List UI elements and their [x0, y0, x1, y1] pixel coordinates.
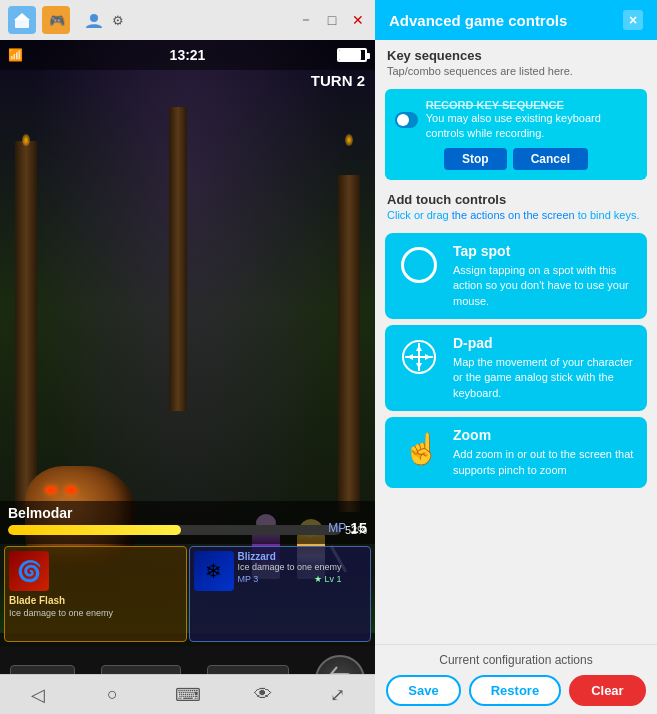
nav-expand-button[interactable]: ⤢: [322, 679, 354, 711]
nav-apps-button[interactable]: ⌨: [172, 679, 204, 711]
config-title: Current configuration actions: [387, 653, 645, 667]
cancel-button[interactable]: Cancel: [513, 148, 588, 170]
svg-marker-9: [416, 363, 422, 369]
zoom-desc: Add zoom in or out to the screen that su…: [453, 447, 635, 478]
taskbar: 🎮 ⚙ － □ ✕: [0, 0, 375, 40]
toggle-knob: [397, 114, 409, 126]
zoom-title: Zoom: [453, 427, 635, 443]
nav-back-button[interactable]: ◁: [22, 679, 54, 711]
skill-desc-1: Ice damage to one enemy: [9, 608, 182, 618]
skills-area: 🌀 Blade Flash Ice damage to one enemy ❄ …: [0, 544, 375, 644]
skill-name-2: Blizzard: [238, 551, 342, 562]
svg-marker-11: [425, 354, 431, 360]
touch-controls-section: Add touch controls Click or drag the act…: [375, 186, 657, 488]
svg-rect-0: [15, 19, 29, 28]
skill-mp-2: MP 3: [238, 574, 259, 584]
dpad-title: D-pad: [453, 335, 635, 351]
zoom-card[interactable]: ☝ Zoom Add zoom in or out to the screen …: [385, 417, 647, 488]
skill-card-2[interactable]: ❄ Blizzard Ice damage to one enemy MP 3 …: [189, 546, 372, 642]
mp-info: MP 15: [328, 519, 367, 536]
game-screen: 📶 13:21 TURN 2 Bel: [0, 40, 375, 714]
window-close-button[interactable]: ✕: [349, 11, 367, 29]
key-sequences-title: Key sequences: [375, 40, 657, 65]
mp-label: MP: [328, 521, 346, 535]
player-info: Belmodar 52%: [0, 501, 375, 544]
clear-button[interactable]: Clear: [569, 675, 646, 706]
skill-desc-2: Ice damage to one enemy: [238, 562, 342, 572]
window-controls-area: ⚙: [84, 10, 128, 30]
app-bottom-nav: ◁ ○ ⌨ 👁 ⤢: [0, 674, 375, 714]
config-buttons: Save Restore Clear: [387, 675, 645, 706]
dpad-icon: [401, 339, 437, 375]
right-panel: Advanced game controls × Key sequences T…: [375, 0, 657, 714]
mp-value: 15: [350, 519, 367, 536]
recording-area: RECORD KEY SEQUENCE You may also use exi…: [385, 89, 647, 180]
recording-buttons: Stop Cancel: [395, 148, 637, 170]
tap-spot-desc: Assign tapping on a spot with this actio…: [453, 263, 635, 309]
tap-spot-card[interactable]: Tap spot Assign tapping on a spot with t…: [385, 233, 647, 319]
settings-icon[interactable]: ⚙: [108, 10, 128, 30]
turn-indicator: TURN 2: [311, 72, 365, 89]
stop-button[interactable]: Stop: [444, 148, 507, 170]
restore-button[interactable]: Restore: [469, 675, 561, 706]
skill-icon-2: ❄: [194, 551, 234, 591]
nav-home-button[interactable]: ○: [97, 679, 129, 711]
svg-text:☝: ☝: [403, 431, 437, 467]
recording-title: RECORD KEY SEQUENCE: [426, 99, 637, 111]
wifi-icon: 📶: [8, 48, 23, 62]
nav-eye-button[interactable]: 👁: [247, 679, 279, 711]
game-icon[interactable]: 🎮: [42, 6, 70, 34]
skill-name-1: Blade Flash: [9, 595, 182, 606]
game-status-bar: 📶 13:21: [0, 40, 375, 70]
hp-bar: [8, 525, 341, 535]
skill-lv-2: ★ Lv 1: [314, 574, 342, 584]
hp-fill: [8, 525, 181, 535]
panel-close-button[interactable]: ×: [623, 10, 643, 30]
pillar-right: [338, 175, 360, 512]
save-button[interactable]: Save: [386, 675, 460, 706]
svg-marker-1: [14, 13, 30, 20]
pillar-mid: [169, 107, 187, 410]
battery-indicator: [337, 48, 367, 62]
recording-toggle[interactable]: [395, 112, 418, 128]
svg-text:🎮: 🎮: [49, 12, 66, 29]
window-controls: － □ ✕: [297, 11, 367, 29]
skill-card-1[interactable]: 🌀 Blade Flash Ice damage to one enemy: [4, 546, 187, 642]
dpad-desc: Map the movement of your character or th…: [453, 355, 635, 401]
tap-spot-icon: [397, 243, 441, 287]
dpad-icon-container: [397, 335, 441, 379]
touch-controls-title: Add touch controls: [375, 186, 657, 209]
game-time: 13:21: [170, 47, 206, 63]
zoom-icon-container: ☝: [397, 427, 441, 471]
panel-content: Key sequences Tap/combo sequences are li…: [375, 40, 657, 644]
hp-bar-container: 52%: [8, 524, 367, 536]
profile-icon[interactable]: [84, 10, 104, 30]
skill-icon-1: 🌀: [9, 551, 49, 591]
config-section: Current configuration actions Save Resto…: [375, 644, 657, 714]
zoom-icon: ☝: [401, 431, 437, 467]
svg-point-4: [90, 14, 98, 22]
svg-marker-10: [407, 354, 413, 360]
player-name: Belmodar: [8, 505, 367, 521]
key-sequences-subtitle: Tap/combo sequences are listed here.: [375, 65, 657, 83]
recording-text: You may also use existing keyboard contr…: [426, 111, 637, 142]
panel-title: Advanced game controls: [389, 12, 567, 29]
minimize-button[interactable]: －: [297, 11, 315, 29]
touch-controls-link[interactable]: the actions on the screen: [452, 209, 575, 221]
dpad-card[interactable]: D-pad Map the movement of your character…: [385, 325, 647, 411]
key-sequences-section: Key sequences Tap/combo sequences are li…: [375, 40, 657, 180]
tap-circle-icon: [401, 247, 437, 283]
svg-marker-8: [416, 345, 422, 351]
tap-spot-title: Tap spot: [453, 243, 635, 259]
maximize-button[interactable]: □: [323, 11, 341, 29]
touch-controls-subtitle: Click or drag the actions on the screen …: [375, 209, 657, 227]
panel-header: Advanced game controls ×: [375, 0, 657, 40]
game-panel: 🎮 ⚙ － □ ✕ 📶 13:21: [0, 0, 375, 714]
home-app-icon[interactable]: [8, 6, 36, 34]
recording-header: RECORD KEY SEQUENCE You may also use exi…: [395, 99, 637, 142]
pillar-left: [15, 141, 37, 512]
